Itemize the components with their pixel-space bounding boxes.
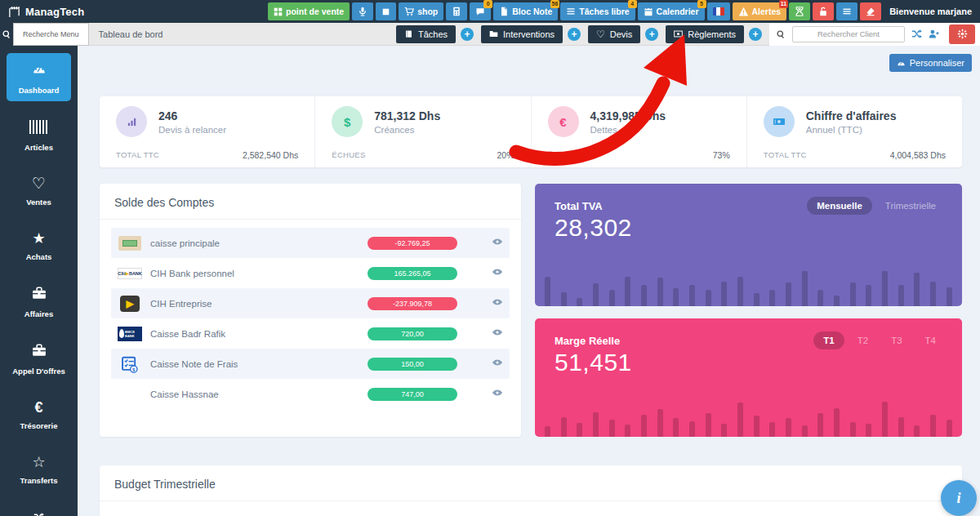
devis-button[interactable]: ♡Devis [588,25,640,43]
sidebar-item-achats[interactable]: ★Achats [7,222,71,268]
eye-icon[interactable] [492,236,503,251]
bar [786,282,791,306]
marge-value: 51,451 [535,347,962,376]
eye-icon[interactable] [492,327,503,341]
chat-button[interactable]: 0 [470,2,491,20]
toggle-t3[interactable]: T3 [881,331,911,349]
sidebar-item-ventes[interactable]: ♡Ventes [7,167,71,214]
calculator-button[interactable] [446,2,467,20]
calendar-icon [644,7,653,16]
hourglass-button[interactable] [789,2,810,20]
reglements-add-button[interactable]: + [749,28,762,41]
interventions-button[interactable]: Interventions [481,25,563,43]
reglements-button[interactable]: Règlements [666,25,744,43]
eye-icon[interactable] [492,266,503,281]
bar [577,423,582,437]
client-search-input[interactable] [792,26,905,42]
marge-period-toggle: T1T2T3T4 [813,331,946,349]
bar [577,298,582,306]
bar [882,271,888,307]
welcome-text: Bienvenue marjane [884,7,980,16]
stat-label: Créances [374,125,440,135]
alertes-button[interactable]: Alertes11 [733,2,787,20]
toggle-t4[interactable]: T4 [915,331,946,349]
client-search-zone [769,23,980,46]
account-row[interactable]: caisse principale -92.769,25 [111,228,510,258]
notification-badge: 56 [550,0,560,8]
calendrier-button[interactable]: Calendrier5 [638,2,705,20]
stat-foot-value: 4,004,583 Dhs [890,150,946,160]
account-row[interactable]: ▶ CIH Entreprise -237.909,78 [111,288,510,318]
microphone-button[interactable] [352,2,373,20]
marge-bar-chart [545,389,952,437]
bar [593,412,599,437]
personnaliser-label: Personnaliser [910,58,964,68]
sidebar-item-appel-d-offres[interactable]: Appel D'offres [7,334,71,382]
sidebar-item-transferts[interactable]: ☆Transferts [7,446,71,492]
language-flag-button[interactable] [707,2,730,20]
account-row[interactable]: Caisse Hassnae 747,00 [111,379,510,409]
menu-list-button[interactable] [836,2,858,20]
star-outline-icon: ☆ [32,454,45,470]
toggle-t1[interactable]: T1 [813,331,844,349]
banknote-icon [764,106,795,137]
tva-bar-chart [545,259,952,306]
breadcrumb: Tableau de bord [89,29,163,39]
flag-icon [713,7,724,16]
account-name: CIH Entreprise [150,299,368,309]
toggle-mensuelle[interactable]: Mensuelle [807,197,872,215]
taches-button[interactable]: Tâches [396,25,456,43]
account-name: Caisse Hassnae [150,389,368,399]
dollar-icon: $ [332,106,363,137]
eye-icon[interactable] [492,357,503,371]
sidebar-item-articles[interactable]: Articles [7,110,71,158]
hourglass-icon [795,7,804,16]
bar [593,283,599,306]
account-row[interactable]: BMCE BANK Caisse Badr Rafik 720,00 [111,318,510,349]
notification-badge: 4 [628,0,637,8]
interventions-add-button[interactable]: + [568,28,581,41]
solde-des-comptes-panel: Solde des Comptes caisse principale -92.… [100,184,521,437]
bar [706,290,711,306]
panel-title: Solde des Comptes [100,184,521,220]
devis-add-button[interactable]: + [645,28,658,41]
recherche-menu-box[interactable]: Recherche Menu [13,23,89,46]
shop-button[interactable]: shop [399,2,443,20]
stop-button[interactable] [376,2,396,20]
heart-icon: ♡ [596,29,605,39]
note-frais-icon: $ [118,355,142,373]
account-row[interactable]: CIH▶BANK CIH Bank personnel 165.265,05 [111,258,510,288]
menu-search-icon[interactable] [0,23,13,46]
taches-add-button[interactable]: + [461,28,474,41]
settings-gear-button[interactable] [949,24,975,44]
shuffle-icon[interactable] [911,29,922,39]
unlock-button[interactable] [813,2,834,20]
sidebar-item-tr-sorerie[interactable]: €Trésorerie [7,391,71,437]
account-row[interactable]: $ Caisse Note de Frais 150,00 [111,349,510,379]
sidebar-item-liste-avoirs[interactable]: Liste Avoirs [7,500,71,516]
bar [754,293,760,306]
heart-outline-icon: ♡ [32,176,46,192]
sidebar-item-affaires[interactable]: Affaires [7,277,71,325]
account-balance-badge: -237.909,78 [368,297,457,310]
bloc-note-button[interactable]: Bloc Note56 [493,2,558,20]
eye-icon[interactable] [492,387,503,402]
barcode-icon [29,118,49,135]
stat-value: Chiffre d'affaires [806,109,897,122]
user-plus-icon[interactable] [929,29,939,39]
toggle-trimestrielle[interactable]: Trimestrielle [875,197,946,215]
eraser-button[interactable] [860,2,881,20]
info-floating-button[interactable]: i [941,480,977,516]
bar [834,296,840,306]
personnaliser-button[interactable]: Personnaliser [889,54,972,72]
eye-icon[interactable] [492,296,503,311]
point-de-vente-button[interactable]: point de vente [268,2,350,20]
app-title: ManagTech [25,6,84,18]
sidebar-item-dashboard[interactable]: Dashboard [7,53,71,101]
toolbar-actions: Tâches+Interventions+♡Devis+Règlements+ [396,23,980,46]
taches-libre-button[interactable]: Tâches libre4 [560,2,635,20]
bar [721,282,727,306]
bar [786,418,791,437]
gauge-icon [897,59,906,68]
toggle-t2[interactable]: T2 [848,331,878,349]
